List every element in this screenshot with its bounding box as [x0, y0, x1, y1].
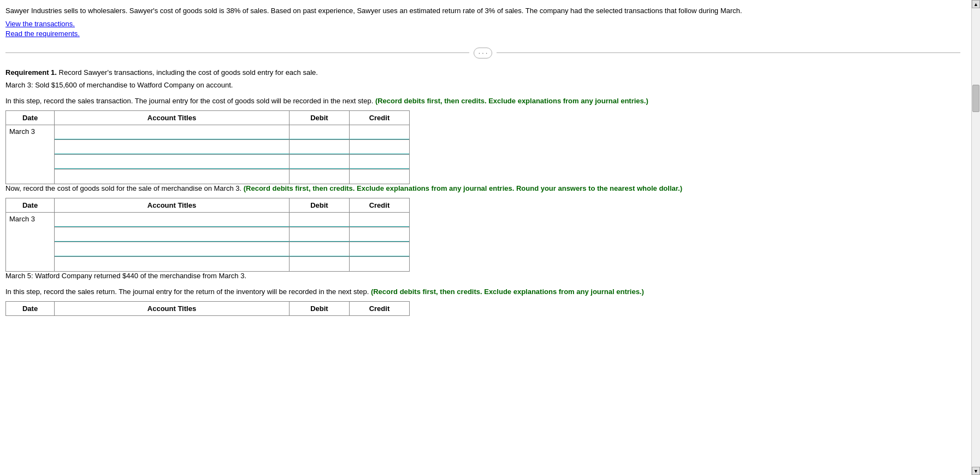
- march3-sale-text: March 3: Sold $15,600 of merchandise to …: [5, 81, 960, 89]
- table1-credit-input-4[interactable]: [350, 169, 409, 184]
- table1-header-credit: Credit: [349, 110, 409, 125]
- table2-credit-input-4[interactable]: [350, 257, 409, 271]
- table1-debit-3: [289, 154, 349, 169]
- table1-account-input-2[interactable]: [55, 140, 289, 154]
- table-row: [6, 139, 410, 154]
- table3-header-accounts: Account Titles: [55, 301, 290, 315]
- table1-header-debit: Debit: [289, 110, 349, 125]
- table1-account-input-4[interactable]: [55, 169, 289, 184]
- table2-credit-2: [349, 227, 409, 242]
- step3-instruction-text: In this step, record the sales return. T…: [5, 288, 369, 296]
- table3-header-credit: Credit: [349, 301, 409, 315]
- march5-sale-text: March 5: Watford Company returned $440 o…: [5, 272, 960, 280]
- intro-text: Sawyer Industries sells to wholesalers. …: [5, 5, 960, 16]
- table1-credit-input-1[interactable]: [350, 125, 409, 139]
- table-row: [6, 154, 410, 169]
- table1-debit-input-1[interactable]: [290, 125, 349, 139]
- table1-header-accounts: Account Titles: [55, 110, 290, 125]
- table3-wrapper: Date Account Titles Debit Credit: [5, 301, 960, 316]
- table2-accounts-2: [55, 227, 290, 242]
- table2-debit-input-1[interactable]: [290, 213, 349, 227]
- table-row: [6, 242, 410, 256]
- table3: Date Account Titles Debit Credit: [5, 301, 410, 316]
- table-row: March 3: [6, 212, 410, 227]
- table1: Date Account Titles Debit Credit March 3: [5, 110, 410, 184]
- table1-accounts-1: [55, 125, 290, 139]
- table1-credit-1: [349, 125, 409, 139]
- table-row: [6, 169, 410, 184]
- table2-account-input-2[interactable]: [55, 227, 289, 242]
- table2-header-date: Date: [6, 198, 55, 212]
- table2-accounts-4: [55, 256, 290, 271]
- table-row: [6, 227, 410, 242]
- table1-credit-2: [349, 139, 409, 154]
- divider-line-left: [5, 52, 469, 53]
- scroll-thumb[interactable]: [972, 85, 979, 112]
- scrollbar: ▲ ▼: [971, 0, 980, 475]
- table2-header-debit: Debit: [289, 198, 349, 212]
- table1-debit-4: [289, 169, 349, 184]
- table2-account-input-4[interactable]: [55, 257, 289, 271]
- table2-header-accounts: Account Titles: [55, 198, 290, 212]
- table-row: [6, 256, 410, 271]
- table2-debit-2: [289, 227, 349, 242]
- table1-credit-input-3[interactable]: [350, 155, 409, 169]
- table3-header-date: Date: [6, 301, 55, 315]
- divider: · · ·: [5, 48, 960, 58]
- table2-debit-4: [289, 256, 349, 271]
- table2: Date Account Titles Debit Credit March 3: [5, 198, 410, 272]
- table2-debit-input-3[interactable]: [290, 242, 349, 256]
- table1-account-input-3[interactable]: [55, 155, 289, 169]
- table2-credit-3: [349, 242, 409, 256]
- table2-debit-input-4[interactable]: [290, 257, 349, 271]
- table2-wrapper: Date Account Titles Debit Credit March 3: [5, 198, 960, 272]
- divider-line-right: [497, 52, 960, 53]
- table1-debit-1: [289, 125, 349, 139]
- step1-instruction-text: In this step, record the sales transacti…: [5, 97, 373, 105]
- requirement-text: Record Sawyer's transactions, including …: [59, 68, 318, 77]
- table3-header-debit: Debit: [289, 301, 349, 315]
- step3-instruction-green: (Record debits first, then credits. Excl…: [371, 288, 644, 296]
- step1-instruction: In this step, record the sales transacti…: [5, 97, 960, 105]
- table2-date-cell: March 3: [6, 212, 55, 271]
- table1-account-input-1[interactable]: [55, 125, 289, 139]
- table1-date-cell: March 3: [6, 125, 55, 184]
- step2-instruction: Now, record the cost of goods sold for t…: [5, 184, 960, 192]
- scroll-down-arrow[interactable]: ▼: [972, 467, 980, 475]
- divider-dots: · · ·: [474, 48, 493, 58]
- table1-credit-4: [349, 169, 409, 184]
- step3-instruction: In this step, record the sales return. T…: [5, 288, 960, 296]
- table2-debit-3: [289, 242, 349, 256]
- table2-header-credit: Credit: [349, 198, 409, 212]
- table2-credit-input-2[interactable]: [350, 227, 409, 242]
- table2-credit-4: [349, 256, 409, 271]
- view-transactions-link[interactable]: View the transactions.: [5, 20, 960, 28]
- step1-instruction-green: (Record debits first, then credits. Excl…: [375, 97, 648, 105]
- table1-header-date: Date: [6, 110, 55, 125]
- table2-debit-1: [289, 212, 349, 227]
- table1-wrapper: Date Account Titles Debit Credit March 3: [5, 110, 960, 184]
- table1-debit-input-2[interactable]: [290, 140, 349, 154]
- table1-credit-input-2[interactable]: [350, 140, 409, 154]
- table1-accounts-4: [55, 169, 290, 184]
- table2-credit-1: [349, 212, 409, 227]
- table1-accounts-2: [55, 139, 290, 154]
- table1-debit-input-4[interactable]: [290, 169, 349, 184]
- scroll-up-arrow[interactable]: ▲: [972, 0, 980, 8]
- table2-accounts-1: [55, 212, 290, 227]
- table2-accounts-3: [55, 242, 290, 256]
- table2-debit-input-2[interactable]: [290, 227, 349, 242]
- table1-debit-2: [289, 139, 349, 154]
- step2-instruction-text: Now, record the cost of goods sold for t…: [5, 184, 241, 192]
- requirement-label: Requirement 1.: [5, 68, 57, 77]
- step2-instruction-green: (Record debits first, then credits. Excl…: [244, 184, 682, 192]
- requirement-title: Requirement 1. Record Sawyer's transacti…: [5, 68, 960, 77]
- table2-account-input-3[interactable]: [55, 242, 289, 256]
- table2-credit-input-1[interactable]: [350, 213, 409, 227]
- table-row: March 3: [6, 125, 410, 139]
- table2-account-input-1[interactable]: [55, 213, 289, 227]
- table1-credit-3: [349, 154, 409, 169]
- table1-debit-input-3[interactable]: [290, 155, 349, 169]
- table2-credit-input-3[interactable]: [350, 242, 409, 256]
- read-requirements-link[interactable]: Read the requirements.: [5, 30, 960, 38]
